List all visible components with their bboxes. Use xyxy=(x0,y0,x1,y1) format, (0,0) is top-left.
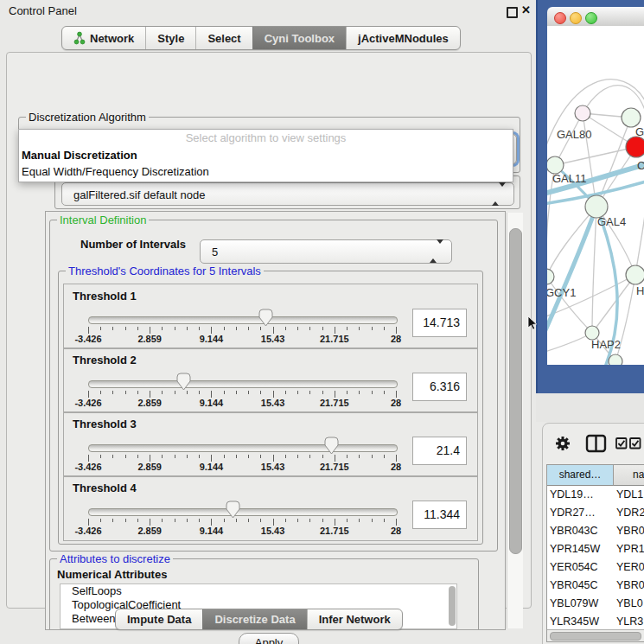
tab-style[interactable]: Style xyxy=(145,27,195,49)
cell-shared-name[interactable]: YDL19… xyxy=(550,486,594,504)
threshold-value-field[interactable]: 14.713 xyxy=(412,309,467,337)
slider-tick xyxy=(125,455,126,458)
table-row[interactable]: YPR145WYPR1 xyxy=(547,540,644,558)
algorithm-option[interactable]: Manual Discretization xyxy=(19,147,513,163)
cell-name[interactable]: YPR1 xyxy=(616,540,644,558)
cell-shared-name[interactable]: YER054C xyxy=(550,558,598,577)
column-header-name[interactable]: na xyxy=(614,465,644,486)
slider-scale-label: 9.144 xyxy=(200,398,224,408)
tab-network[interactable]: Network xyxy=(62,27,145,49)
tab-infer-network[interactable]: Infer Network xyxy=(307,609,402,629)
network-edge xyxy=(547,333,592,354)
tab-jactivemnodules[interactable]: jActiveMNodules xyxy=(346,27,460,49)
list-scrollbar-thumb[interactable] xyxy=(449,586,456,626)
threshold-value-field[interactable]: 21.4 xyxy=(412,437,467,465)
cell-name[interactable]: YDL1 xyxy=(616,486,643,504)
close-traffic-light-icon[interactable] xyxy=(554,12,566,24)
slider-track[interactable] xyxy=(88,316,398,324)
cell-shared-name[interactable]: YBR043C xyxy=(550,522,598,540)
checkbox-checked-icon[interactable] xyxy=(629,437,641,450)
cell-shared-name[interactable]: YDR27… xyxy=(550,504,596,522)
minimize-traffic-light-icon[interactable] xyxy=(570,12,582,24)
tab-select[interactable]: Select xyxy=(195,27,252,49)
cell-name[interactable]: YBR0 xyxy=(616,577,644,595)
slider-track[interactable] xyxy=(88,508,398,516)
close-icon[interactable]: ✕ xyxy=(521,3,531,16)
float-window-icon[interactable] xyxy=(507,7,518,18)
settings-scroll-area: Interval Definition Number of Intervals … xyxy=(45,211,506,630)
cell-name[interactable]: YLR3 xyxy=(616,613,643,629)
tab-impute-data[interactable]: Impute Data xyxy=(116,609,202,629)
column-header-shared-name[interactable]: shared… xyxy=(547,465,614,486)
cell-name[interactable]: YBR0 xyxy=(616,522,644,540)
slider-tick xyxy=(248,455,249,458)
table-row[interactable]: YDL19…YDL1 xyxy=(547,486,644,504)
apply-button[interactable]: Apply xyxy=(239,633,299,644)
slider-thumb-icon xyxy=(226,501,240,519)
table-row[interactable]: YDR27…YDR2 xyxy=(547,504,644,522)
panel-scrollbar-thumb[interactable] xyxy=(509,228,522,554)
thresholds-group-title: Threshold's Coordinates for 5 Intervals xyxy=(66,265,264,277)
slider-tick xyxy=(224,327,225,330)
cell-name[interactable]: YER0 xyxy=(616,558,644,577)
slider-tick xyxy=(224,391,225,394)
slider-tick xyxy=(137,519,138,522)
panel-scrollbar[interactable] xyxy=(507,213,523,628)
checkbox-checked-icon[interactable] xyxy=(615,437,628,450)
slider-tick xyxy=(359,455,360,458)
slider-tick xyxy=(248,391,249,394)
table-row[interactable]: YLR345WYLR3 xyxy=(547,613,644,629)
right-edge-node[interactable] xyxy=(626,265,644,284)
slider-scale-label: 15.43 xyxy=(261,526,285,536)
top-right-node[interactable] xyxy=(622,108,641,127)
slider-track[interactable] xyxy=(88,380,398,388)
slider-scale-label: 9.144 xyxy=(200,526,224,536)
table-row[interactable]: YER054CYER0 xyxy=(547,558,644,577)
cell-shared-name[interactable]: YBL079W xyxy=(550,595,598,613)
attribute-list-item[interactable]: SelfLoops xyxy=(61,584,456,598)
tab-cyni-toolbox[interactable]: Cyni Toolbox xyxy=(252,27,346,49)
algorithm-option[interactable]: Equal Width/Frequency Discretization xyxy=(19,163,513,180)
bottom-node[interactable] xyxy=(609,354,622,365)
slider-thumb[interactable] xyxy=(324,437,339,458)
slider-tick xyxy=(88,519,89,526)
table-horizontal-scrollbar[interactable] xyxy=(547,629,644,641)
slider-thumb[interactable] xyxy=(176,373,191,394)
slider-tick xyxy=(335,327,335,334)
network-edge xyxy=(592,207,596,333)
table-row[interactable]: YBR045CYBR0 xyxy=(547,577,644,595)
cell-name[interactable]: YBL0 xyxy=(616,595,643,613)
slider-thumb[interactable] xyxy=(258,309,273,330)
slider-thumb[interactable] xyxy=(226,501,240,522)
selected-red-node[interactable] xyxy=(626,137,644,157)
gcy1-node[interactable] xyxy=(547,269,554,284)
cell-shared-name[interactable]: YBR045C xyxy=(550,577,598,595)
split-columns-icon[interactable] xyxy=(585,434,607,453)
gal11-node[interactable] xyxy=(547,156,564,174)
slider-tick xyxy=(175,391,175,394)
table-data-combobox[interactable]: galFiltered.sif default node xyxy=(61,182,514,206)
gal80-node[interactable] xyxy=(575,105,590,121)
gear-icon[interactable] xyxy=(554,435,571,452)
threshold-value-field[interactable]: 6.316 xyxy=(412,373,467,401)
number-of-intervals-combobox[interactable]: 5 xyxy=(200,239,452,264)
threshold-value-field[interactable]: 11.344 xyxy=(412,501,467,529)
slider-tick xyxy=(224,455,225,458)
cell-shared-name[interactable]: YPR145W xyxy=(550,540,600,558)
cell-name[interactable]: YDR2 xyxy=(616,504,644,522)
tab-discretize-data[interactable]: Discretize Data xyxy=(202,609,306,629)
network-canvas[interactable]: GAL80GACGAL11GAL4GCY1HHAP2 xyxy=(547,26,644,365)
threshold-label: Threshold 4 xyxy=(73,481,137,494)
slider-scale-label: -3.426 xyxy=(74,398,101,408)
zoom-traffic-light-icon[interactable] xyxy=(585,12,597,24)
slider-track[interactable] xyxy=(88,444,398,452)
node-attribute-table: shared… na YDL19…YDL1YDR27…YDR2YBR043CYB… xyxy=(546,464,644,642)
cell-shared-name[interactable]: YLR345W xyxy=(550,613,599,629)
table-row[interactable]: YBR043CYBR0 xyxy=(547,522,644,540)
threshold-label: Threshold 2 xyxy=(73,354,137,367)
table-row[interactable]: YBL079WYBL0 xyxy=(547,595,644,613)
node-label: GAL4 xyxy=(597,215,626,228)
slider-tick xyxy=(359,327,360,330)
table-horizontal-scrollbar-thumb[interactable] xyxy=(550,632,641,641)
slider-tick xyxy=(309,327,310,330)
